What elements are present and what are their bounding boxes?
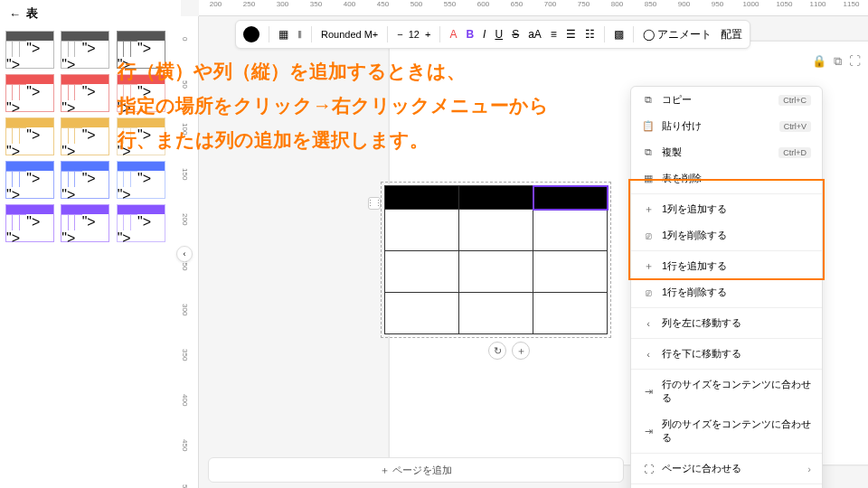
font-size-minus[interactable]: − — [397, 29, 402, 40]
grid-icon[interactable]: ▦ — [278, 28, 288, 41]
menu-delete-table[interactable]: ▦表を削除 — [631, 165, 822, 192]
table-drag-handle[interactable]: ⋮⋮ — [368, 197, 381, 210]
table-style-option[interactable]: ">"> — [5, 117, 54, 155]
table-element[interactable] — [384, 185, 608, 334]
table-style-option[interactable]: ">"> — [117, 161, 165, 199]
menu-duplicate[interactable]: ⧉複製Ctrl+D — [631, 139, 822, 165]
table-style-option[interactable]: ">"> — [61, 204, 109, 242]
menu-delete-row[interactable]: ⎚1行を削除する — [631, 279, 822, 305]
table-style-option[interactable]: ">"> — [5, 161, 54, 199]
menu-paste[interactable]: 📋貼り付けCtrl+V — [631, 113, 822, 139]
spacing-icon[interactable]: ⦀ — [297, 28, 302, 41]
effects-icon[interactable]: ▩ — [614, 28, 624, 41]
strike-button[interactable]: S — [512, 28, 519, 41]
add-page-button[interactable]: ＋ ページを追加 — [208, 457, 624, 483]
menu-add-row[interactable]: ＋1行を追加する — [631, 253, 822, 279]
page-actions: 🔒 ⧉ ⛶ — [812, 54, 861, 69]
position-button[interactable]: 配置 — [721, 27, 742, 42]
duplicate-page-icon[interactable]: ⧉ — [834, 54, 842, 69]
numbered-list-icon[interactable]: ☷ — [585, 28, 595, 41]
text-toolbar: ▦ ⦀ Rounded M+ − 12 + A B I U S aA ≡ ☰ ☷… — [235, 20, 750, 49]
rotate-handle[interactable]: ↻ — [488, 342, 506, 360]
color-swatch[interactable] — [243, 26, 259, 42]
underline-button[interactable]: U — [495, 28, 503, 41]
lock-page-icon[interactable]: 🔒 — [812, 54, 826, 69]
menu-copy[interactable]: ⧉コピーCtrl+C — [631, 87, 822, 113]
table-style-option[interactable]: ">"> — [117, 204, 165, 242]
back-icon[interactable]: ← — [9, 7, 21, 21]
table-style-option[interactable]: ">"> — [5, 31, 54, 69]
table-style-option[interactable]: ">"> — [5, 74, 54, 112]
collapse-sidebar-button[interactable]: ‹ — [176, 246, 193, 262]
table-style-option[interactable]: ">"> — [61, 74, 109, 112]
ruler-horizontal: 2002503003504004505005506006507007508008… — [199, 0, 868, 16]
context-menu: ⧉コピーCtrl+C 📋貼り付けCtrl+V ⧉複製Ctrl+D ▦表を削除 ＋… — [630, 86, 823, 488]
table-style-option[interactable]: ">"> — [61, 161, 109, 199]
expand-page-icon[interactable]: ⛶ — [849, 54, 861, 69]
menu-fit-row[interactable]: ⇥行のサイズをコンテンツに合わせる — [631, 371, 822, 411]
add-handle[interactable]: ＋ — [512, 342, 530, 360]
list-icon[interactable]: ☰ — [566, 28, 576, 41]
font-size-value[interactable]: 12 — [409, 29, 420, 40]
italic-button[interactable]: I — [483, 28, 486, 41]
menu-delete-column[interactable]: ⎚1列を削除する — [631, 222, 822, 249]
menu-move-row-down[interactable]: ‹行を下に移動する — [631, 341, 822, 367]
font-selector[interactable]: Rounded M+ — [321, 29, 378, 40]
animate-button[interactable]: ◯アニメート — [643, 27, 712, 42]
table-style-option[interactable]: ">"> — [5, 204, 54, 242]
instruction-overlay: 行（横）や列（縦）を追加するときは、 指定の場所をクリック→右クリックメニューか… — [118, 54, 549, 156]
menu-fit-page[interactable]: ⛶ページに合わせる› — [631, 455, 822, 482]
table-style-option[interactable]: ">"> — [61, 31, 109, 69]
align-icon[interactable]: ≡ — [551, 28, 557, 41]
case-button[interactable]: aA — [528, 28, 542, 41]
menu-add-column[interactable]: ＋1列を追加する — [631, 196, 822, 222]
text-color-icon[interactable]: A — [449, 28, 457, 41]
menu-fit-col[interactable]: ⇥列のサイズをコンテンツに合わせる — [631, 411, 822, 451]
table-style-option[interactable]: ">"> — [61, 117, 109, 155]
menu-move-col-left[interactable]: ‹列を左に移動する — [631, 310, 822, 336]
sidebar-title: 表 — [26, 5, 38, 22]
bold-button[interactable]: B — [466, 28, 474, 41]
font-size-plus[interactable]: + — [425, 29, 430, 40]
